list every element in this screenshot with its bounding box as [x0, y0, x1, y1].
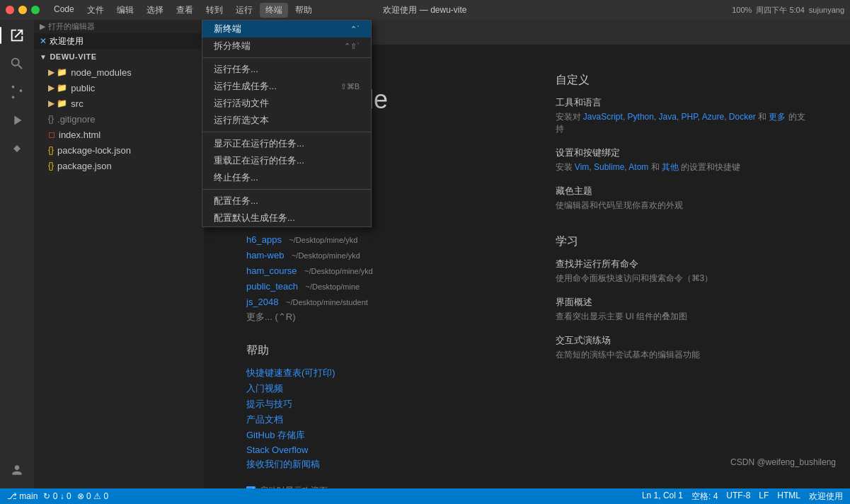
statusbar-errors[interactable]: ⊗ 0 ⚠ 0 — [77, 491, 108, 501]
menu-restart-task[interactable]: 重载正在运行的任务... — [202, 152, 371, 169]
menu-terminate-task[interactable]: 终止任务... — [202, 169, 371, 186]
menu-edit[interactable]: 编辑 — [111, 3, 139, 18]
activity-extensions[interactable] — [4, 136, 30, 161]
statusbar-language[interactable]: HTML — [777, 491, 800, 503]
learn-playground-desc: 在简短的演练中尝试基本的编辑器功能 — [556, 349, 808, 361]
menu-run-selected-text[interactable]: 运行所选文本 — [202, 112, 371, 129]
menu-file[interactable]: 文件 — [81, 3, 110, 18]
file-public[interactable]: ▶ 📁 public — [34, 80, 204, 96]
statusbar-branch[interactable]: ⎇ main — [7, 491, 38, 501]
recent-name[interactable]: js_2048 — [246, 297, 279, 307]
learn-item-ui: 界面概述 查看突出显示主要 UI 组件的叠加图 — [556, 296, 808, 323]
customize-item-tools: 工具和语言 安装对 JavaScript, Python, Java, PHP,… — [556, 96, 808, 135]
titlebar-menu: Code 文件 编辑 选择 查看 转到 运行 终端 帮助 — [48, 3, 318, 18]
statusbar-encoding[interactable]: UTF-8 — [726, 491, 750, 503]
help-shortcuts-link[interactable]: 快捷键速查表(可打印) — [246, 367, 499, 379]
explorer-section[interactable]: ▼ DEWU-VITE — [34, 49, 204, 64]
statusbar-eol[interactable]: LF — [759, 491, 769, 503]
customize-section-title: 自定义 — [556, 73, 808, 88]
activity-explorer[interactable] — [4, 23, 30, 48]
learn-ui-desc: 查看突出显示主要 UI 组件的叠加图 — [556, 311, 808, 323]
file-name: index.html — [59, 130, 100, 140]
learn-item-playground: 交互式演练场 在简短的演练中尝试基本的编辑器功能 — [556, 334, 808, 361]
terminal-dropdown-menu[interactable]: 新终端 ⌃` 拆分终端 ⌃⇧` 运行任务... 运行生成任务... ⇧⌘B 运行… — [202, 20, 372, 227]
activity-search[interactable] — [4, 51, 30, 76]
recent-item-hamweb: ham-web ~/Desktop/mine/ykd — [246, 248, 499, 261]
lang-more-link[interactable]: 更多 — [769, 112, 786, 122]
lang-azure-link[interactable]: Azure — [702, 112, 724, 122]
recent-name[interactable]: ham_course — [246, 265, 297, 276]
menu-split-terminal-label: 拆分终端 — [214, 40, 251, 52]
menu-run-active-file[interactable]: 运行活动文件 — [202, 95, 371, 112]
welcome-tab[interactable]: ✕ 欢迎使用 — [34, 33, 204, 49]
lang-js-link[interactable]: JavaScript — [583, 112, 623, 122]
lang-docker-link[interactable]: Docker — [729, 112, 756, 122]
close-button[interactable] — [6, 6, 14, 14]
recent-name[interactable]: h6_apps — [246, 234, 282, 245]
recent-name[interactable]: public_teach — [246, 281, 298, 292]
open-editors-section[interactable]: ▶ 打开的编辑器 — [34, 20, 204, 33]
file-package-lock[interactable]: {} package-lock.json — [34, 142, 204, 158]
customize-tools-title: 工具和语言 — [556, 96, 808, 109]
help-newsletter-link[interactable]: 接收我们的新闻稿 — [246, 458, 499, 471]
kb-atom-link[interactable]: Atom — [628, 162, 648, 172]
startup-checkbox[interactable] — [246, 486, 255, 488]
menu-show-running-tasks[interactable]: 显示正在运行的任务... — [202, 135, 371, 152]
menu-new-terminal[interactable]: 新终端 ⌃` — [202, 21, 371, 38]
customize-item-keybindings: 设置和按键绑定 安装 Vim, Sublime, Atom 和 其他 的设置和快… — [556, 147, 808, 173]
help-docs-link[interactable]: 产品文档 — [246, 413, 499, 426]
menu-run-task[interactable]: 运行任务... — [202, 61, 371, 78]
help-github-link[interactable]: GitHub 存储库 — [246, 429, 499, 442]
statusbar-left: ⎇ main ↻ 0 ↓ 0 ⊗ 0 ⚠ 0 — [7, 491, 108, 501]
statusbar-spaces[interactable]: 空格: 4 — [691, 491, 718, 503]
menu-run[interactable]: 运行 — [230, 3, 258, 18]
menu-terminal[interactable]: 终端 — [260, 3, 288, 18]
file-package-json[interactable]: {} package.json — [34, 158, 204, 173]
menu-view[interactable]: 查看 — [171, 3, 199, 18]
menu-configure-default-build[interactable]: 配置默认生成任务... — [202, 210, 371, 227]
lang-python-link[interactable]: Python — [628, 112, 654, 122]
menu-new-terminal-shortcut: ⌃` — [350, 25, 360, 34]
menu-code[interactable]: Code — [48, 3, 80, 18]
html-icon: ◻ — [48, 130, 55, 139]
help-stackoverflow-link[interactable]: Stack Overflow — [246, 445, 499, 455]
menu-configure-tasks[interactable]: 配置任务... — [202, 193, 371, 210]
help-tips-link[interactable]: 提示与技巧 — [246, 398, 499, 411]
minimize-button[interactable] — [18, 6, 27, 14]
kb-sublime-link[interactable]: Sublime — [594, 162, 624, 172]
activity-run[interactable] — [4, 108, 30, 133]
tab-icon-welcome: ✕ — [40, 36, 47, 46]
customize-theme-title: 藏色主题 — [556, 185, 808, 197]
lang-php-link[interactable]: PHP — [682, 112, 698, 122]
menu-help[interactable]: 帮助 — [289, 3, 318, 18]
statusbar-tab-name[interactable]: 欢迎使用 — [809, 491, 843, 503]
recent-name[interactable]: ham-web — [246, 250, 284, 260]
maximize-button[interactable] — [31, 6, 40, 14]
activity-account[interactable] — [4, 457, 30, 483]
menu-run-task-label: 运行任务... — [214, 63, 258, 76]
more-recent[interactable]: 更多... (⌃R) — [246, 311, 499, 323]
menu-split-terminal-shortcut: ⌃⇧` — [344, 42, 360, 51]
recent-path: ~/Desktop/mine/ykd — [292, 251, 360, 260]
kb-vim-link[interactable]: Vim — [575, 162, 589, 172]
recent-item-publicteach: public_teach ~/Desktop/mine — [246, 280, 499, 292]
lang-java-link[interactable]: Java — [659, 112, 677, 122]
help-intro-link[interactable]: 入门视频 — [246, 382, 499, 395]
kb-other-link[interactable]: 其他 — [662, 162, 679, 172]
statusbar-sync[interactable]: ↻ 0 ↓ 0 — [43, 491, 71, 501]
file-gitignore[interactable]: {} .gitignore — [34, 111, 204, 127]
file-node-modules[interactable]: ▶ 📁 node_modules — [34, 64, 204, 80]
explorer-label: DEWU-VITE — [50, 52, 96, 61]
file-name: package-lock.json — [57, 145, 131, 156]
file-name: node_modules — [71, 67, 131, 78]
activity-source-control[interactable] — [4, 79, 30, 105]
customize-item-theme: 藏色主题 使编辑器和代码呈现你喜欢的外观 — [556, 185, 808, 212]
file-src[interactable]: ▶ 📁 src — [34, 96, 204, 111]
menu-run-build-task[interactable]: 运行生成任务... ⇧⌘B — [202, 78, 371, 95]
statusbar-position[interactable]: Ln 1, Col 1 — [642, 491, 683, 503]
menu-select[interactable]: 选择 — [141, 3, 169, 18]
customize-keybindings-desc: 安装 Vim, Sublime, Atom 和 其他 的设置和快捷键 — [556, 161, 808, 173]
menu-goto[interactable]: 转到 — [200, 3, 229, 18]
file-index-html[interactable]: ◻ index.html — [34, 127, 204, 142]
menu-split-terminal[interactable]: 拆分终端 ⌃⇧` — [202, 38, 371, 55]
